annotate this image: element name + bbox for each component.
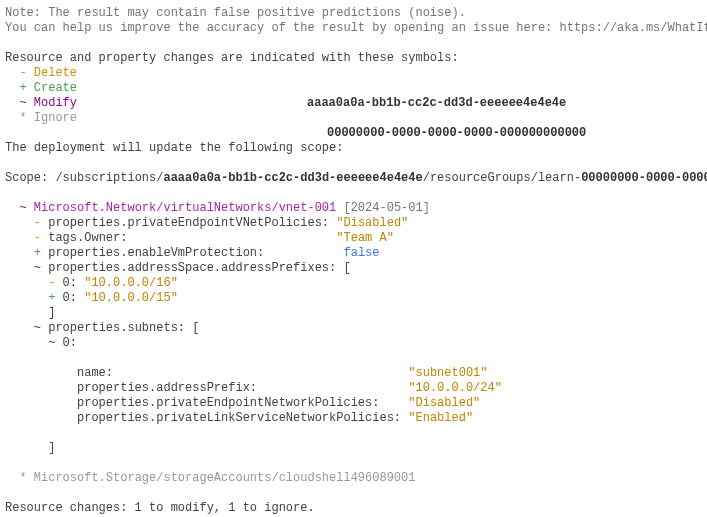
p2-sym: - — [5, 231, 48, 245]
p1-val: "Disabled" — [336, 216, 408, 230]
sub4-val: "Enabled" — [408, 411, 473, 425]
res1-api: [2024-05-01] — [336, 201, 430, 215]
legend-ignore: * Ignore — [5, 111, 77, 125]
scope-sub: aaaa0a0a-bb1b-cc2c-dd3d-eeeeee4e4e4e — [163, 171, 422, 185]
res2-name: Microsoft.Storage/storageAccounts/clouds… — [34, 471, 416, 485]
sub2-val: "10.0.0.0/24" — [408, 381, 502, 395]
update-line: The deployment will update the following… — [5, 141, 343, 155]
legend-delete: - Delete — [5, 66, 77, 80]
p5a-sym: ~ — [5, 336, 63, 350]
p4a-val: "10.0.0.0/16" — [84, 276, 178, 290]
note-line-2: You can help us improve the accuracy of … — [5, 21, 707, 35]
sub3-key: properties.privateEndpointNetworkPolicie… — [5, 396, 379, 410]
p1-key: properties.privateEndpointVNetPolicies: — [48, 216, 329, 230]
p4c: ] — [5, 306, 55, 320]
p4-key: properties.addressSpace.addressPrefixes: — [48, 261, 336, 275]
res1-name: Microsoft.Network/virtualNetworks/vnet-0… — [34, 201, 336, 215]
p4b-val: "10.0.0.0/15" — [84, 291, 178, 305]
overlay-sub-id: aaaa0a0a-bb1b-cc2c-dd3d-eeeeee4e4e4e — [307, 96, 566, 111]
res1-sym: ~ — [5, 201, 34, 215]
legend-create: + Create — [5, 81, 77, 95]
summary: Resource changes: 1 to modify, 1 to igno… — [5, 501, 315, 515]
p1-sym: - — [5, 216, 48, 230]
overlay-rg-id: 00000000-0000-0000-0000-000000000000 — [327, 126, 586, 141]
p2-val: "Team A" — [336, 231, 394, 245]
res2-sym: * — [5, 471, 34, 485]
sub3-val: "Disabled" — [408, 396, 480, 410]
p5-open: [ — [185, 321, 199, 335]
sub4-key: properties.privateLinkServiceNetworkPoli… — [5, 411, 401, 425]
note-line-1: Note: The result may contain false posit… — [5, 6, 466, 20]
scope-mid: /resourceGroups/learn- — [423, 171, 581, 185]
scope-rg: 00000000-0000-0000-0000-000000000000 — [581, 171, 707, 185]
p5-sym: ~ — [5, 321, 48, 335]
p3-sym: + — [5, 246, 48, 260]
p4b-sym: + — [5, 291, 63, 305]
scope-label: Scope: — [5, 171, 55, 185]
legend-modify: ~ Modify — [5, 96, 77, 110]
p4b-idx: 0: — [63, 291, 85, 305]
legend-intro: Resource and property changes are indica… — [5, 51, 459, 65]
p4a-sym: - — [5, 276, 63, 290]
sub2-key: properties.addressPrefix: — [5, 381, 257, 395]
p4a-idx: 0: — [63, 276, 85, 290]
p3-key: properties.enableVmProtection: — [48, 246, 264, 260]
p5-key: properties.subnets: — [48, 321, 185, 335]
scope-pre: /subscriptions/ — [55, 171, 163, 185]
p2-key: tags.Owner: — [48, 231, 127, 245]
p3-val: false — [343, 246, 379, 260]
sub1-key: name: — [5, 366, 113, 380]
p4-open: [ — [336, 261, 350, 275]
p5a-idx: 0: — [63, 336, 77, 350]
p4-sym: ~ — [5, 261, 48, 275]
sub1-val: "subnet001" — [408, 366, 487, 380]
p5c: ] — [5, 441, 55, 455]
